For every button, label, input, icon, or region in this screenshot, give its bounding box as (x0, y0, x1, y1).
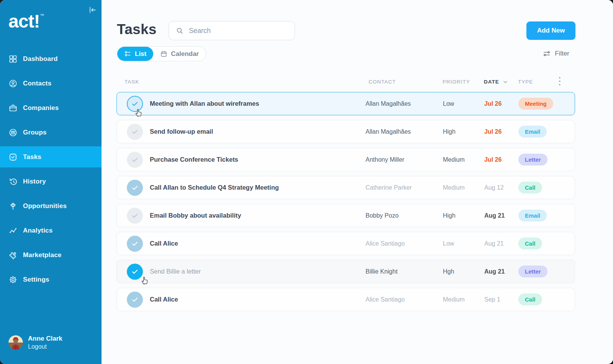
task-type-badge: Meeting (518, 98, 553, 110)
filter-button[interactable]: Filter (543, 49, 569, 58)
task-title: Call Allan to Schedule Q4 Strategy Meeti… (150, 184, 366, 191)
task-checkbox[interactable] (127, 236, 143, 252)
column-header-task: TASK (116, 79, 365, 85)
add-new-button[interactable]: Add New (526, 21, 575, 40)
task-contact: Billie Knight (366, 268, 443, 275)
task-date: Jul 26 (484, 128, 518, 135)
analytics-icon (8, 226, 18, 235)
task-contact: Alice Santiago (366, 296, 443, 303)
search-box (169, 21, 295, 40)
settings-icon (8, 275, 18, 284)
table-row[interactable]: Call Alice Alice Santiago Low Aug 21 Cal… (116, 232, 575, 255)
task-contact: Alice Santiago (366, 240, 443, 247)
task-type-badge: Email (518, 210, 547, 221)
sidebar-item-history[interactable]: History (0, 171, 102, 192)
history-icon (8, 177, 18, 186)
contacts-icon (8, 79, 18, 88)
check-icon (131, 128, 139, 136)
task-date: Jul 26 (484, 100, 518, 107)
tab-list-view[interactable]: List (117, 47, 153, 61)
table-row[interactable]: Call Allan to Schedule Q4 Strategy Meeti… (116, 176, 575, 199)
sidebar-item-marketplace[interactable]: Marketplace (0, 244, 102, 266)
sidebar-item-tasks[interactable]: Tasks (0, 146, 102, 167)
task-priority: Medium (443, 296, 484, 303)
page-title: Tasks (117, 21, 157, 38)
task-date: Aug 12 (484, 184, 518, 191)
groups-icon (8, 128, 18, 137)
column-header-date[interactable]: DATE (484, 78, 518, 85)
table-header: TASK CONTACT PRIORITY DATE TYPE (116, 75, 575, 88)
table-options-kebab-icon[interactable] (557, 76, 562, 87)
search-input[interactable] (189, 27, 295, 35)
sidebar-collapse-icon[interactable] (88, 5, 97, 15)
list-icon (124, 50, 131, 57)
task-checkbox[interactable] (127, 152, 143, 168)
table-row[interactable]: Email Bobby about availability Bobby Poz… (116, 204, 575, 227)
task-contact: Bobby Pozo (366, 212, 443, 219)
task-title: Call Alice (150, 296, 366, 303)
tasks-icon (8, 152, 18, 162)
sidebar-nav: Dashboard Contacts Companies Groups Task… (0, 48, 102, 293)
task-title: Call Alice (150, 240, 366, 247)
calendar-icon (160, 50, 167, 57)
sidebar-item-companies[interactable]: Companies (0, 97, 102, 118)
column-header-contact: CONTACT (365, 79, 443, 85)
check-icon (131, 296, 139, 303)
sidebar-item-contacts[interactable]: Contacts (0, 73, 102, 94)
task-checkbox[interactable] (127, 180, 143, 196)
task-date: Aug 21 (484, 212, 518, 219)
user-name: Anne Clark (28, 335, 62, 343)
table-row[interactable]: Call Alice Alice Santiago Medium Sep 1 C… (116, 288, 575, 311)
sidebar-item-groups[interactable]: Groups (0, 122, 102, 143)
chevron-down-icon (502, 79, 508, 85)
task-type-badge: Letter (518, 266, 547, 277)
filter-icon (543, 49, 551, 58)
avatar[interactable] (8, 335, 23, 350)
task-type-badge: Call (518, 238, 542, 249)
task-contact: Allan Magalhães (366, 128, 443, 135)
tab-calendar-view[interactable]: Calendar (153, 47, 206, 61)
task-title: Email Bobby about availability (150, 212, 366, 219)
act-app-window: act!™ Dashboard Contacts Companies Group… (0, 0, 613, 364)
task-checkbox[interactable] (127, 124, 143, 140)
task-contact: Catherine Parker (366, 184, 443, 191)
task-type-badge: Letter (518, 154, 547, 166)
sidebar-item-settings[interactable]: Settings (0, 269, 102, 290)
task-contact: Allan Magalhães (366, 100, 443, 107)
task-priority: High (443, 212, 484, 219)
table-row[interactable]: Purchase Conference Tickets Anthony Mill… (116, 148, 575, 171)
task-contact: Anthony Miller (366, 156, 443, 163)
task-date: Sep 1 (484, 296, 518, 303)
task-checkbox[interactable] (127, 96, 143, 112)
sidebar-item-analytics[interactable]: Analytics (0, 220, 102, 241)
column-header-priority: PRIORITY (443, 79, 484, 85)
task-priority: Low (443, 240, 484, 247)
logo-trademark: ™ (40, 13, 44, 18)
task-checkbox[interactable] (127, 292, 143, 308)
task-priority: Medium (443, 156, 484, 163)
task-title: Meeting with Allan about wireframes (150, 100, 366, 107)
sidebar-item-dashboard[interactable]: Dashboard (0, 48, 102, 69)
task-title: Purchase Conference Tickets (150, 156, 366, 163)
task-checkbox[interactable] (127, 264, 143, 280)
check-icon (131, 156, 139, 164)
table-row[interactable]: Meeting with Allan about wireframes Alla… (116, 92, 575, 115)
table-row[interactable]: Send follow-up email Allan Magalhães Hig… (116, 120, 575, 143)
companies-icon (8, 103, 18, 113)
task-checkbox[interactable] (127, 208, 143, 224)
check-icon (131, 184, 139, 192)
logout-link[interactable]: Logout (28, 343, 47, 350)
app-logo: act!™ (8, 11, 44, 32)
task-title: Send Billie a letter (150, 268, 366, 275)
opportunities-icon (8, 202, 18, 211)
check-icon (131, 268, 139, 275)
dashboard-icon (8, 54, 18, 64)
task-date: Aug 21 (484, 240, 518, 247)
table-row[interactable]: Send Billie a letter Billie Knight Hgh A… (116, 260, 575, 283)
task-date: Jul 26 (484, 156, 518, 163)
task-priority: Low (443, 100, 484, 107)
user-block: Anne Clark Logout (8, 335, 62, 350)
sidebar-item-opportunities[interactable]: Opportunities (0, 195, 102, 216)
check-icon (131, 212, 139, 220)
task-priority: High (443, 128, 484, 135)
